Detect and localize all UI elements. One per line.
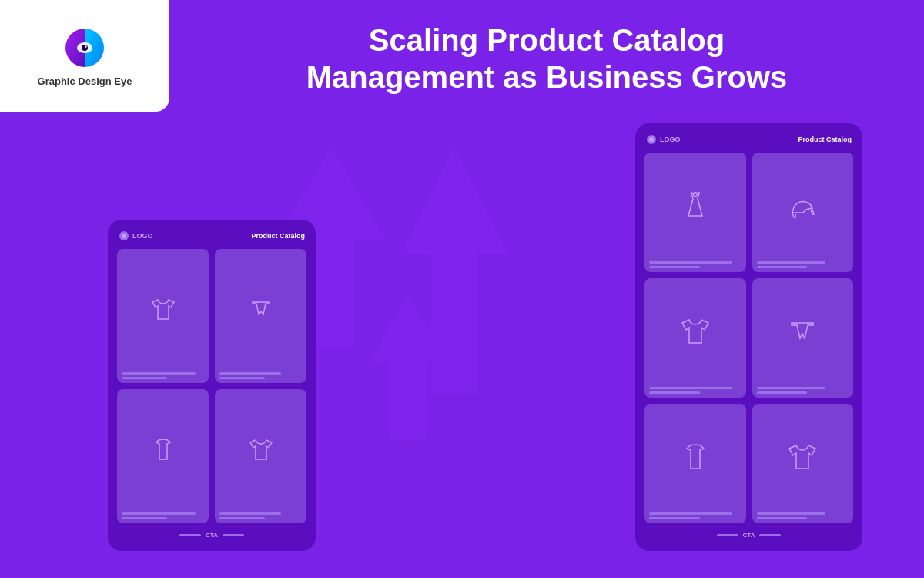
phone-small-logo-icon — [119, 230, 129, 241]
tshirt-icon-lg — [678, 314, 713, 349]
main-title: Scaling Product Catalog Management as Bu… — [200, 22, 893, 96]
product-card-heels — [752, 153, 854, 272]
heels-icon — [785, 188, 820, 223]
phone-small-catalog-title: Product Catalog — [251, 232, 305, 240]
product-card-tshirt-v2 — [752, 404, 854, 523]
product-line — [649, 391, 700, 394]
product-line — [122, 372, 196, 375]
phone-large-header: LOGO Product Catalog — [644, 134, 853, 145]
phone-small-logo: LOGO — [119, 230, 153, 241]
tshirt-icon-2 — [246, 435, 276, 464]
product-line — [219, 512, 281, 515]
product-card-tank-1 — [117, 389, 209, 523]
product-line — [649, 512, 732, 515]
cta-label: CTA — [206, 532, 218, 539]
svg-point-7 — [122, 234, 126, 238]
shorts-icon — [246, 294, 276, 324]
product-line — [122, 517, 167, 519]
product-line — [649, 517, 700, 519]
product-line — [219, 517, 265, 519]
phone-large-product-grid — [644, 153, 853, 523]
product-card-shorts-lg — [752, 278, 854, 398]
product-line — [757, 517, 808, 519]
phone-mockup-small: LOGO Product Catalog — [108, 220, 316, 551]
svg-point-1 — [82, 45, 88, 51]
product-line — [219, 372, 281, 375]
product-line — [122, 377, 167, 379]
tshirt-icon — [149, 294, 178, 324]
product-line — [757, 512, 826, 515]
product-card-tank-lg — [644, 404, 746, 523]
product-line — [649, 387, 732, 389]
phone-small-header: LOGO Product Catalog — [117, 230, 306, 241]
tank-icon-lg — [678, 439, 713, 475]
phone-large-catalog-title: Product Catalog — [798, 136, 852, 143]
tank-icon — [149, 435, 178, 464]
product-card-dress — [644, 153, 746, 272]
product-card-tshirt-lg — [644, 278, 746, 398]
product-line — [122, 512, 196, 515]
product-line — [757, 387, 826, 389]
svg-point-9 — [649, 137, 654, 142]
title-line2: Management as Business Grows — [200, 59, 893, 96]
phone-small-cta: CTA — [117, 528, 306, 540]
product-line — [757, 391, 808, 394]
svg-point-2 — [85, 45, 86, 47]
product-line — [649, 261, 732, 264]
product-line — [757, 266, 808, 268]
logo-text: Graphic Design Eye — [38, 76, 132, 87]
product-card-shorts-1 — [215, 249, 306, 383]
phone-mockup-large: LOGO Product Catalog — [635, 123, 862, 551]
phone-large-logo: LOGO — [646, 134, 681, 145]
phone-large-cta: CTA — [644, 528, 853, 540]
dress-icon — [678, 188, 713, 223]
product-line — [757, 261, 826, 264]
title-line1: Scaling Product Catalog — [200, 22, 893, 59]
product-line — [649, 266, 700, 268]
brand-logo-icon — [62, 25, 108, 71]
tshirt-icon-v2 — [785, 439, 820, 475]
logo-card: Graphic Design Eye — [0, 0, 169, 112]
product-card-tshirt-1 — [117, 249, 209, 383]
product-line — [219, 377, 265, 379]
phone-large-logo-icon — [646, 134, 657, 145]
shorts-icon-lg — [785, 314, 820, 349]
cta-label-large: CTA — [743, 532, 755, 539]
product-card-tshirt-2 — [215, 389, 306, 523]
phone-small-product-grid — [117, 249, 306, 523]
